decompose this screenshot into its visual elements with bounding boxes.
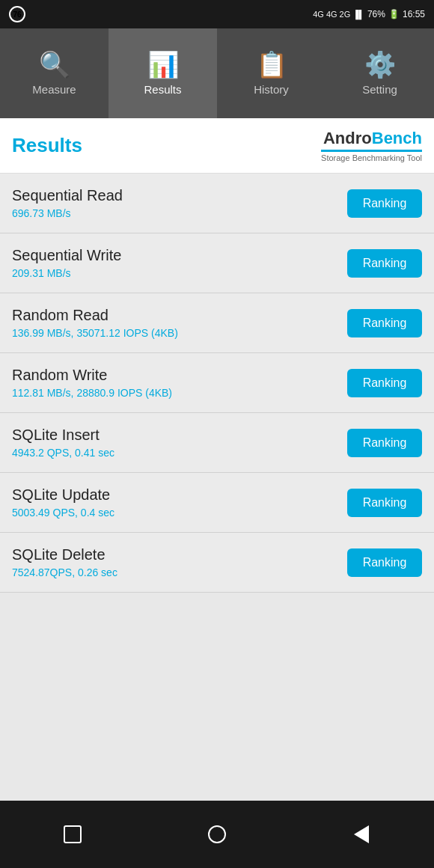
circle-icon <box>208 825 226 843</box>
signal-text: 4G 4G 2G ▐▌ <box>313 10 364 19</box>
brand-subtitle: Storage Benchmarking Tool <box>321 153 422 162</box>
result-item-random-write: Random Write 112.81 MB/s, 28880.9 IOPS (… <box>0 353 434 413</box>
result-value: 136.99 MB/s, 35071.12 IOPS (4KB) <box>12 327 178 339</box>
ranking-button-random-write[interactable]: Ranking <box>347 369 422 397</box>
bottom-nav <box>0 801 434 868</box>
ranking-button-sequential-read[interactable]: Ranking <box>347 189 422 218</box>
brand-bar <box>321 150 422 152</box>
result-info: Sequential Read 696.73 MB/s <box>12 187 123 219</box>
brand-logo: AndroBench Storage Benchmarking Tool <box>321 129 422 162</box>
result-item-sqlite-update: SQLite Update 5003.49 QPS, 0.4 sec Ranki… <box>0 473 434 533</box>
result-item-random-read: Random Read 136.99 MB/s, 35071.12 IOPS (… <box>0 293 434 353</box>
measure-icon: 🔍 <box>39 52 70 77</box>
results-header: Results AndroBench Storage Benchmarking … <box>0 118 434 174</box>
nav-home-button[interactable] <box>202 819 232 849</box>
result-info: Random Write 112.81 MB/s, 28880.9 IOPS (… <box>12 367 172 399</box>
ranking-button-random-read[interactable]: Ranking <box>347 309 422 337</box>
result-value: 112.81 MB/s, 28880.9 IOPS (4KB) <box>12 387 172 399</box>
result-value: 7524.87QPS, 0.26 sec <box>12 566 117 578</box>
tab-history-label: History <box>254 83 289 96</box>
ranking-button-sqlite-delete[interactable]: Ranking <box>347 548 422 577</box>
page-title: Results <box>12 134 82 157</box>
tab-history[interactable]: 📋 History <box>217 28 326 118</box>
results-icon: 📊 <box>147 52 179 77</box>
ranking-button-sqlite-update[interactable]: Ranking <box>347 489 422 517</box>
result-item-sequential-write: Sequential Write 209.31 MB/s Ranking <box>0 233 434 293</box>
square-icon <box>64 825 82 843</box>
result-value: 5003.49 QPS, 0.4 sec <box>12 507 114 519</box>
time-text: 16:55 <box>403 9 425 19</box>
result-name: SQLite Delete <box>12 546 117 563</box>
tab-setting[interactable]: ⚙️ Setting <box>326 28 434 118</box>
result-info: SQLite Update 5003.49 QPS, 0.4 sec <box>12 486 114 519</box>
battery-text: 76% <box>367 9 385 19</box>
result-value: 696.73 MB/s <box>12 207 123 219</box>
result-info: SQLite Insert 4943.2 QPS, 0.41 sec <box>12 427 114 459</box>
nav-recents-button[interactable] <box>58 819 88 849</box>
result-info: Sequential Write 209.31 MB/s <box>12 247 121 279</box>
result-item-sqlite-insert: SQLite Insert 4943.2 QPS, 0.41 sec Ranki… <box>0 413 434 473</box>
result-name: Random Write <box>12 367 172 384</box>
tab-results[interactable]: 📊 Results <box>109 28 217 118</box>
tab-setting-label: Setting <box>362 83 397 96</box>
status-bar: 76 4G 4G 2G ▐▌ 76% 🔋 16:55 <box>0 0 434 28</box>
result-info: SQLite Delete 7524.87QPS, 0.26 sec <box>12 546 117 578</box>
nav-back-button[interactable] <box>346 819 376 849</box>
ranking-button-sqlite-insert[interactable]: Ranking <box>347 429 422 457</box>
brand-name: AndroBench <box>323 129 422 148</box>
result-info: Random Read 136.99 MB/s, 35071.12 IOPS (… <box>12 307 178 339</box>
result-name: SQLite Update <box>12 486 114 504</box>
result-name: SQLite Insert <box>12 427 114 444</box>
triangle-back-icon <box>354 825 369 843</box>
setting-icon: ⚙️ <box>364 52 396 77</box>
result-item-sqlite-delete: SQLite Delete 7524.87QPS, 0.26 sec Ranki… <box>0 533 434 593</box>
status-app-icon: 76 <box>9 6 25 22</box>
ranking-button-sequential-write[interactable]: Ranking <box>347 249 422 278</box>
battery-icon: 🔋 <box>388 9 400 19</box>
result-value: 4943.2 QPS, 0.41 sec <box>12 447 114 459</box>
nav-tabs: 🔍 Measure 📊 Results 📋 History ⚙️ Setting <box>0 28 434 118</box>
result-value: 209.31 MB/s <box>12 267 121 279</box>
result-name: Sequential Write <box>12 247 121 264</box>
status-right: 4G 4G 2G ▐▌ 76% 🔋 16:55 <box>313 9 425 19</box>
result-name: Random Read <box>12 307 178 324</box>
tab-measure[interactable]: 🔍 Measure <box>0 28 109 118</box>
tab-results-label: Results <box>144 83 181 96</box>
tab-measure-label: Measure <box>32 83 76 96</box>
history-icon: 📋 <box>256 52 287 77</box>
result-name: Sequential Read <box>12 187 123 204</box>
results-list: Sequential Read 696.73 MB/s Ranking Sequ… <box>0 174 434 801</box>
result-item-sequential-read: Sequential Read 696.73 MB/s Ranking <box>0 174 434 233</box>
